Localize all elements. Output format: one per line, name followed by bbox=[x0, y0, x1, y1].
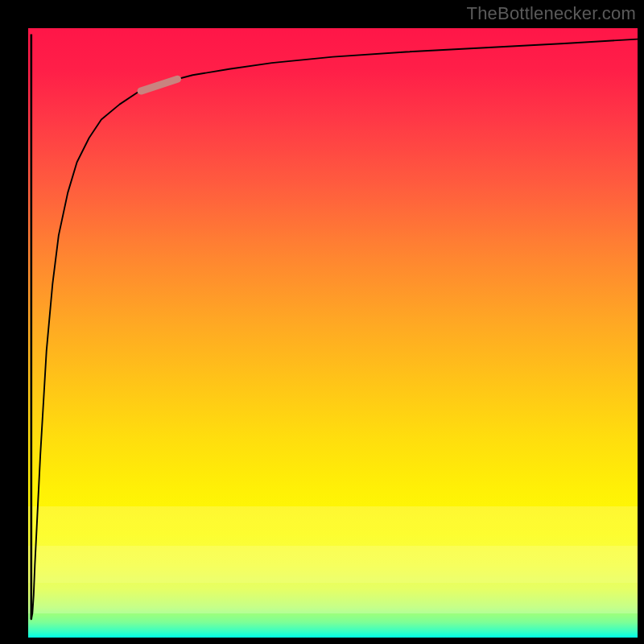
plot-area bbox=[28, 28, 638, 638]
highlight-marker bbox=[141, 79, 178, 91]
curve-layer bbox=[28, 28, 638, 638]
attribution-text: TheBottlenecker.com bbox=[467, 3, 636, 24]
chart-stage: TheBottlenecker.com bbox=[0, 0, 644, 644]
bottleneck-curve bbox=[31, 39, 638, 620]
